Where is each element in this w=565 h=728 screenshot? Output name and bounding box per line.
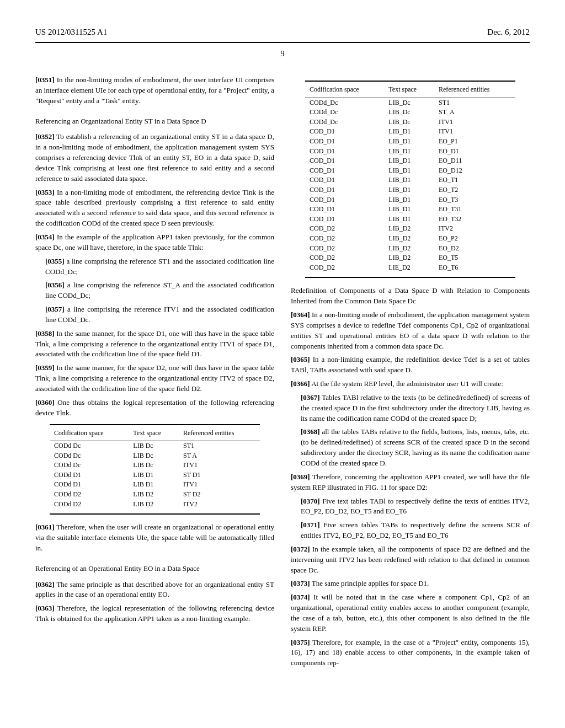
table-cell: ITV1 [179, 461, 260, 470]
table-cell: COD_D2 [305, 244, 384, 254]
table-cell: LIB_D2 [384, 244, 434, 254]
para-0351: [0351] In the non-limiting modes of embo… [35, 75, 274, 106]
table-cell: LIB_D2 [384, 234, 434, 244]
table-cell: CODd D1 [50, 480, 129, 490]
table-cell: EO_T32 [434, 215, 515, 224]
para-0361: [0361] Therefore, when the user will cre… [35, 522, 274, 554]
table-cell: LIB_Dc [384, 108, 434, 117]
table-cell: ST_A [434, 108, 515, 117]
table-cell: ST1 [179, 441, 260, 451]
sublist-0367-0368: [0367] Tables TABl relative to the texts… [301, 393, 530, 469]
table-row: CODd DcLIB DcST A [50, 451, 260, 461]
table-cell: COD_D2 [305, 253, 384, 263]
para-0369: [0369] Therefore, concerning the applica… [291, 472, 530, 493]
table-cell: EO_D11 [434, 156, 515, 166]
table-cell: LIB_D2 [384, 253, 434, 263]
table-cell: LIB Dc [129, 451, 179, 461]
sublist-0355-0357: [0355] a line comprising the reference S… [45, 256, 274, 325]
table-cell: COD_D1 [305, 215, 384, 224]
table-cell: CODd Dc [50, 461, 129, 470]
table2-head-cod: Codification space [305, 83, 384, 98]
table-cell: COD_D1 [305, 137, 384, 147]
table-row: COD_D1LIB_D1EO_T1 [305, 175, 515, 185]
table-row: CODd D1LIB D1ST D1 [50, 470, 260, 480]
para-0368: [0368] all the tables TABs relative to t… [301, 427, 530, 468]
para-0367: [0367] Tables TABl relative to the texts… [301, 393, 530, 424]
table-cell: CODd_Dc [305, 117, 384, 127]
table-cell: EO_T2 [434, 185, 515, 195]
table-row: COD_D2LIB_D2EO_D2 [305, 244, 515, 254]
para-0356: [0356] a line comprising the reference S… [45, 280, 274, 301]
table-row: COD_D1LIB_D1EO_T3 [305, 195, 515, 205]
table-row: COD_D1LIB_D1EO_D1 [305, 147, 515, 157]
table1-head-ref: Referenced entities [179, 427, 260, 441]
table-cell: LIB_D1 [384, 195, 434, 205]
table-2: Codification space Text space Referenced… [305, 81, 515, 278]
table-cell: LIB_Dc [384, 98, 434, 108]
table-cell: LIB D1 [129, 480, 179, 490]
right-column: Codification space Text space Referenced… [291, 75, 530, 672]
table2-head-text: Text space [384, 83, 434, 98]
table-row: CODd_DcLIB_DcITV1 [305, 117, 515, 127]
publication-date: Dec. 6, 2012 [487, 26, 530, 39]
table-row: COD_D2LIB_D2EO_P2 [305, 234, 515, 244]
table-cell: ITV1 [179, 480, 260, 490]
table-cell: LIB Dc [129, 441, 179, 451]
table-cell: LIB_D1 [384, 175, 434, 185]
table-cell: COD_D1 [305, 205, 384, 215]
table-cell: ST1 [434, 98, 515, 108]
table-cell: CODd Dc [50, 451, 129, 461]
table-cell: EO_T6 [434, 263, 515, 276]
table-row: CODd D2LIB D2ST D2 [50, 490, 260, 500]
table-row: COD_D1LIB_D1EO_D12 [305, 166, 515, 176]
section-head-referencing-eo: Referencing of an Operational Entity EO … [35, 564, 274, 574]
table-cell: EO_T31 [434, 205, 515, 215]
table-cell: EO_T5 [434, 253, 515, 263]
table-row: COD_D1LIB_D1EO_P1 [305, 137, 515, 147]
table-cell: COD_D1 [305, 166, 384, 176]
table-cell: EO_D1 [434, 147, 515, 157]
left-column: [0351] In the non-limiting modes of embo… [35, 75, 274, 672]
table-cell: ST D1 [179, 470, 260, 480]
table-cell: COD_D1 [305, 147, 384, 157]
para-0374: [0374] It will be noted that in the case… [291, 592, 530, 634]
table-cell: LIB_D1 [384, 166, 434, 176]
table-cell: COD_D1 [305, 127, 384, 137]
table-cell: LIB_D2 [384, 224, 434, 234]
para-0353: [0353] In a non-limiting mode of embodim… [35, 188, 274, 229]
table-cell: ITV1 [434, 127, 515, 137]
table-cell: COD_D1 [305, 156, 384, 166]
header-rule [35, 42, 530, 43]
para-0359: [0359] In the same manner, for the space… [35, 363, 274, 394]
table-cell: COD_D2 [305, 224, 384, 234]
table-cell: LIB_D1 [384, 137, 434, 147]
section-head-referencing-st: Referencing an Organizational Entity ST … [35, 116, 274, 127]
table-cell: EO_P1 [434, 137, 515, 147]
table-cell: CODd D2 [50, 500, 129, 512]
table-cell: EO_T1 [434, 175, 515, 185]
page-number: 9 [35, 49, 530, 60]
para-0355: [0355] a line comprising the reference S… [45, 256, 274, 277]
para-0375: [0375] Therefore, for example, in the ca… [291, 638, 530, 669]
table-cell: CODd D2 [50, 490, 129, 500]
table-cell: ST D2 [179, 490, 260, 500]
table-cell: COD_D1 [305, 195, 384, 205]
table-row: CODd D1LIB D1ITV1 [50, 480, 260, 490]
table-cell: LIB_D1 [384, 205, 434, 215]
table-row: COD_D1LIB_D1EO_T2 [305, 185, 515, 195]
para-0372: [0372] In the example taken, all the com… [291, 544, 530, 576]
table-row: COD_D2LIE_D2EO_T6 [305, 263, 515, 276]
para-0357: [0357] a line comprising the reference I… [45, 304, 274, 325]
para-0358: [0358] In the same manner, for the space… [35, 329, 274, 360]
para-0363: [0363] Therefore, the logical representa… [35, 603, 274, 624]
table-row: CODd D2LIB D2ITV2 [50, 500, 260, 512]
table-row: CODd_DcLIB_DcST_A [305, 108, 515, 117]
table1-body: CODd DcLIB DcST1CODd DcLIB DcST ACODd Dc… [50, 441, 260, 512]
table-cell: ST A [179, 451, 260, 461]
table-cell: LIB_D1 [384, 156, 434, 166]
table-cell: EO_P2 [434, 234, 515, 244]
table-cell: COD_D2 [305, 234, 384, 244]
table-cell: ITV2 [434, 224, 515, 234]
table-cell: LIB_D1 [384, 215, 434, 224]
table2-head-ref: Referenced entities [434, 83, 515, 98]
